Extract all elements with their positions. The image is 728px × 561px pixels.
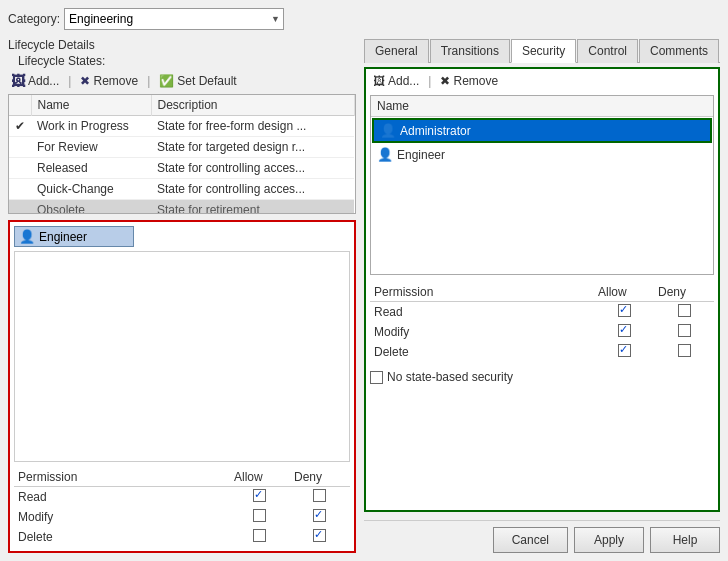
check-cell: [9, 137, 31, 158]
right-perm-col-header: Permission: [370, 283, 594, 302]
tab-transitions[interactable]: Transitions: [430, 39, 510, 63]
name-col-header: Name: [31, 95, 151, 116]
left-remove-button[interactable]: ✖ Remove: [77, 73, 141, 89]
deny-col-header: Deny: [290, 468, 350, 487]
left-panel: Lifecycle Details Lifecycle States: 🖼 Ad…: [8, 38, 356, 553]
left-permissions-section: Permission Allow Deny Read: [14, 468, 350, 547]
right-modify-deny-cell[interactable]: [654, 322, 714, 342]
right-perm-name: Modify: [370, 322, 594, 342]
admin-user-icon: 👤: [380, 123, 396, 138]
right-modify-allow-cell[interactable]: [594, 322, 654, 342]
right-remove-icon: ✖: [440, 74, 450, 88]
check-cell: [9, 200, 31, 215]
right-delete-deny-checkbox[interactable]: [678, 344, 691, 357]
list-item-engineer[interactable]: 👤 Engineer: [371, 144, 713, 165]
table-row[interactable]: ✔ Work in Progress State for free-form d…: [9, 116, 354, 137]
permission-row-modify: Modify: [14, 507, 350, 527]
check-cell: [9, 158, 31, 179]
delete-deny-cell[interactable]: [290, 527, 350, 547]
read-deny-checkbox[interactable]: [313, 489, 326, 502]
perm-col-header: Permission: [14, 468, 230, 487]
admin-name: Administrator: [400, 124, 471, 138]
admin-item-wrapper: 👤 Administrator: [372, 118, 712, 143]
tab-control[interactable]: Control: [577, 39, 638, 63]
engineer-user-icon2: 👤: [377, 147, 393, 162]
left-add-button[interactable]: 🖼 Add...: [8, 72, 62, 90]
name-cell: Obsolete: [31, 200, 151, 215]
tab-general[interactable]: General: [364, 39, 429, 63]
bottom-bar: Cancel Apply Help: [364, 520, 720, 553]
no-state-security-checkbox[interactable]: [370, 371, 383, 384]
engineer-content-area: [14, 251, 350, 462]
category-label: Category:: [8, 12, 60, 26]
main-container: Category: Engineering Lifecycle Details …: [0, 0, 728, 561]
right-add-icon: 🖼: [373, 74, 385, 88]
right-perm-name: Delete: [370, 342, 594, 362]
security-green-box: 🖼 Add... | ✖ Remove Name 👤: [364, 67, 720, 512]
check-circle-icon: ✅: [159, 74, 174, 88]
list-item-administrator[interactable]: 👤 Administrator: [374, 120, 710, 141]
apply-button[interactable]: Apply: [574, 527, 644, 553]
set-default-button[interactable]: ✅ Set Default: [156, 73, 239, 89]
right-read-allow-checkbox[interactable]: [618, 304, 631, 317]
table-row[interactable]: For Review State for targeted design r..…: [9, 137, 354, 158]
name-cell: For Review: [31, 137, 151, 158]
right-separator: |: [428, 74, 431, 88]
perm-name: Read: [14, 487, 230, 508]
table-row[interactable]: Obsolete State for retirement: [9, 200, 354, 215]
perm-name: Delete: [14, 527, 230, 547]
delete-deny-checkbox[interactable]: [313, 529, 326, 542]
check-cell: ✔: [9, 116, 31, 137]
desc-cell: State for retirement: [151, 200, 354, 215]
tab-comments[interactable]: Comments: [639, 39, 719, 63]
read-allow-cell[interactable]: [230, 487, 290, 508]
right-add-button[interactable]: 🖼 Add...: [370, 73, 422, 89]
modify-deny-checkbox[interactable]: [313, 509, 326, 522]
help-button[interactable]: Help: [650, 527, 720, 553]
engineer-header: 👤 Engineer: [14, 226, 134, 247]
right-delete-deny-cell[interactable]: [654, 342, 714, 362]
right-delete-allow-checkbox[interactable]: [618, 344, 631, 357]
table-row[interactable]: Released State for controlling acces...: [9, 158, 354, 179]
right-modify-allow-checkbox[interactable]: [618, 324, 631, 337]
name-list-header: Name: [371, 96, 713, 117]
desc-cell: State for free-form design ...: [151, 116, 354, 137]
right-modify-deny-checkbox[interactable]: [678, 324, 691, 337]
remove-icon: ✖: [80, 74, 90, 88]
table-row[interactable]: Quick-Change State for controlling acces…: [9, 179, 354, 200]
right-permission-row-delete: Delete: [370, 342, 714, 362]
category-select-wrapper[interactable]: Engineering: [64, 8, 284, 30]
read-deny-cell[interactable]: [290, 487, 350, 508]
right-delete-allow-cell[interactable]: [594, 342, 654, 362]
read-allow-checkbox[interactable]: [253, 489, 266, 502]
lifecycle-details-label: Lifecycle Details: [8, 38, 356, 52]
right-permission-row-read: Read: [370, 302, 714, 323]
tab-security[interactable]: Security: [511, 39, 576, 63]
right-remove-button[interactable]: ✖ Remove: [437, 73, 501, 89]
desc-cell: State for controlling acces...: [151, 179, 354, 200]
states-table-wrapper: Name Description ✔ Work in Progress Stat…: [8, 94, 356, 214]
engineer-user-icon: 👤: [19, 229, 35, 244]
right-permission-row-modify: Modify: [370, 322, 714, 342]
delete-allow-checkbox[interactable]: [253, 529, 266, 542]
delete-allow-cell[interactable]: [230, 527, 290, 547]
left-permissions-table: Permission Allow Deny Read: [14, 468, 350, 547]
modify-allow-checkbox[interactable]: [253, 509, 266, 522]
engineer-red-box: 👤 Engineer Permission Allow Deny: [8, 220, 356, 553]
right-read-deny-cell[interactable]: [654, 302, 714, 323]
right-read-deny-checkbox[interactable]: [678, 304, 691, 317]
tabs-bar: General Transitions Security Control Com…: [364, 38, 720, 63]
separator1: |: [68, 74, 71, 88]
permission-row-read: Read: [14, 487, 350, 508]
right-permissions-section: Permission Allow Deny Read: [370, 283, 714, 362]
right-read-allow-cell[interactable]: [594, 302, 654, 323]
modify-deny-cell[interactable]: [290, 507, 350, 527]
separator2: |: [147, 74, 150, 88]
category-select[interactable]: Engineering: [64, 8, 284, 30]
desc-cell: State for targeted design r...: [151, 137, 354, 158]
name-list-wrapper: Name 👤 Administrator 👤 Engineer: [370, 95, 714, 275]
engineer-name: Engineer: [397, 148, 445, 162]
right-perm-name: Read: [370, 302, 594, 323]
cancel-button[interactable]: Cancel: [493, 527, 568, 553]
modify-allow-cell[interactable]: [230, 507, 290, 527]
